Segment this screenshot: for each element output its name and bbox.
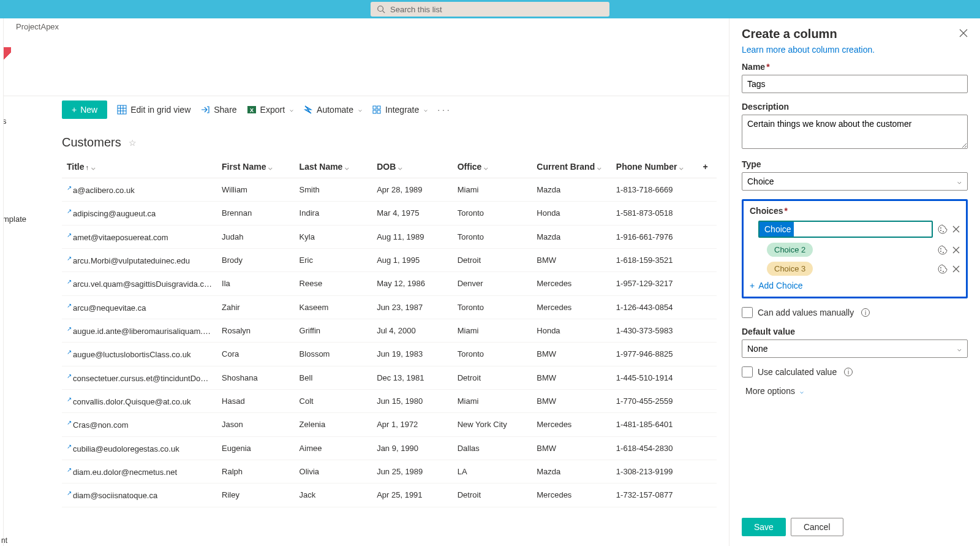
more-commands-button[interactable]: · · ·: [437, 105, 449, 115]
remove-choice-button[interactable]: [952, 246, 960, 254]
table-row[interactable]: ↗convallis.dolor.Quisque@at.co.ukHasadCo…: [62, 389, 717, 412]
plus-icon: +: [72, 105, 77, 115]
choice-2-pill[interactable]: Choice 2: [767, 243, 813, 257]
table-row[interactable]: ↗augue@luctuslobortisClass.co.ukCoraBlos…: [62, 343, 717, 366]
table-row[interactable]: ↗cubilia@eudoloregestas.co.ukEugeniaAime…: [62, 436, 717, 460]
use-calculated-checkbox[interactable]: [742, 366, 753, 377]
cell-first-name: Rosalyn: [217, 319, 295, 342]
column-header-current-brand[interactable]: Current Brand⌵: [532, 156, 611, 178]
cell-title[interactable]: ↗augue.id.ante@liberomaurisaliquam.co.uk: [62, 319, 217, 342]
new-button[interactable]: + New: [62, 100, 107, 119]
cell-title[interactable]: ↗arcu.Morbi@vulputateduinec.edu: [62, 248, 217, 271]
open-item-icon: ↗: [67, 349, 72, 355]
cell-title[interactable]: ↗Cras@non.com: [62, 413, 217, 436]
column-header-first-name[interactable]: First Name⌵: [217, 156, 295, 178]
remove-choice-button[interactable]: [952, 265, 960, 273]
choice-3-pill[interactable]: Choice 3: [767, 262, 813, 276]
cell-office: Detroit: [453, 366, 532, 389]
default-value-select[interactable]: [742, 339, 968, 358]
cell-title[interactable]: ↗diam@sociisnatoque.ca: [62, 483, 217, 507]
type-select[interactable]: [742, 172, 968, 191]
column-header-last-name[interactable]: Last Name⌵: [295, 156, 372, 178]
remove-choice-button[interactable]: [952, 226, 960, 233]
description-input[interactable]: Certain things we know about the custome…: [742, 115, 968, 149]
close-panel-button[interactable]: [959, 29, 968, 39]
table-row[interactable]: ↗arcu.Morbi@vulputateduinec.eduBrodyEric…: [62, 248, 717, 271]
chevron-down-icon: ⌵: [484, 164, 488, 171]
cell-last-name: Eric: [295, 248, 372, 271]
cell-title[interactable]: ↗amet@vitaeposuereat.com: [62, 225, 217, 248]
cell-first-name: Ila: [217, 272, 295, 295]
automate-button[interactable]: Automate ⌵: [303, 105, 362, 115]
integrate-icon: [372, 105, 382, 115]
can-add-values-checkbox[interactable]: [742, 307, 753, 318]
add-choice-button[interactable]: + Add Choice: [746, 281, 960, 290]
cell-phone: 1-977-946-8825: [611, 343, 698, 366]
app-top-bar: Search this list: [0, 0, 980, 18]
favorite-star-icon[interactable]: ☆: [129, 138, 137, 148]
table-row[interactable]: ↗adipiscing@augueut.caBrennanIndiraMar 4…: [62, 202, 717, 225]
choice-1-input[interactable]: [758, 221, 933, 238]
export-button[interactable]: X Export ⌵: [247, 105, 293, 115]
add-column-button[interactable]: +: [698, 156, 717, 178]
learn-more-link[interactable]: Learn more about column creation.: [729, 45, 980, 62]
chevron-down-icon: ⌵: [345, 164, 349, 171]
open-item-icon: ↗: [67, 302, 72, 309]
table-row[interactable]: ↗arcu.vel.quam@sagittisDuisgravida.comIl…: [62, 272, 717, 295]
cell-phone: 1-308-213-9199: [611, 460, 698, 483]
breadcrumb[interactable]: ProjectApex: [4, 18, 729, 35]
excel-icon: X: [247, 105, 257, 115]
color-palette-icon[interactable]: [938, 264, 948, 274]
cell-title[interactable]: ↗convallis.dolor.Quisque@at.co.uk: [62, 389, 217, 412]
color-palette-icon[interactable]: [938, 245, 948, 255]
edit-grid-view-button[interactable]: Edit in grid view: [117, 105, 190, 115]
table-row[interactable]: ↗diam.eu.dolor@necmetus.netRalphOliviaJu…: [62, 460, 717, 483]
column-name-input[interactable]: [742, 75, 968, 93]
info-icon[interactable]: i: [861, 308, 870, 317]
svg-text:X: X: [250, 107, 254, 113]
table-row[interactable]: ↗Cras@non.comJasonZeleniaApr 1, 1972New …: [62, 413, 717, 436]
cell-title[interactable]: ↗cubilia@eudoloregestas.co.uk: [62, 436, 217, 460]
cell-title[interactable]: ↗adipiscing@augueut.ca: [62, 202, 217, 225]
cell-title[interactable]: ↗arcu.vel.quam@sagittisDuisgravida.com: [62, 272, 217, 295]
cancel-button[interactable]: Cancel: [791, 518, 843, 536]
column-header-dob[interactable]: DOB⌵: [372, 156, 453, 178]
type-label: Type: [742, 159, 968, 169]
cell-dob: May 12, 1986: [372, 272, 453, 295]
integrate-button[interactable]: Integrate ⌵: [372, 105, 428, 115]
table-row[interactable]: ↗a@aclibero.co.ukWilliamSmithApr 28, 198…: [62, 178, 717, 202]
chevron-down-icon: ⌵: [290, 106, 293, 113]
more-options-toggle[interactable]: More options ⌵: [745, 386, 968, 396]
save-button[interactable]: Save: [742, 518, 786, 536]
column-header-title[interactable]: Title↑⌵: [62, 156, 217, 178]
color-palette-icon[interactable]: [938, 224, 948, 234]
open-item-icon: ↗: [67, 184, 72, 191]
cell-dob: Apr 25, 1991: [372, 483, 453, 507]
svg-point-20: [940, 248, 941, 249]
cell-title[interactable]: ↗consectetuer.cursus.et@tinciduntDonec.c…: [62, 366, 217, 389]
cell-first-name: William: [217, 178, 295, 202]
sidebar-item-truncated-2: mplate: [4, 214, 26, 224]
table-row[interactable]: ↗diam@sociisnatoque.caRileyJackApr 25, 1…: [62, 483, 717, 507]
cell-first-name: Hasad: [217, 389, 295, 412]
share-button[interactable]: Share: [200, 105, 236, 115]
cell-first-name: Cora: [217, 343, 295, 366]
open-item-icon: ↗: [67, 373, 72, 379]
column-header-phone[interactable]: Phone Number⌵: [611, 156, 698, 178]
table-row[interactable]: ↗augue.id.ante@liberomaurisaliquam.co.uk…: [62, 319, 717, 342]
cell-brand: Mazda: [532, 460, 611, 483]
table-row[interactable]: ↗amet@vitaeposuereat.comJudahKylaAug 11,…: [62, 225, 717, 248]
cell-office: Detroit: [453, 483, 532, 507]
info-icon[interactable]: i: [844, 368, 853, 376]
command-bar: + New Edit in grid view Share X Export ⌵…: [4, 96, 729, 123]
cell-title[interactable]: ↗arcu@nequevitae.ca: [62, 295, 217, 319]
cell-dob: Dec 13, 1981: [372, 366, 453, 389]
table-row[interactable]: ↗consectetuer.cursus.et@tinciduntDonec.c…: [62, 366, 717, 389]
cell-title[interactable]: ↗a@aclibero.co.uk: [62, 178, 217, 202]
search-input[interactable]: Search this list: [371, 2, 609, 17]
cell-brand: BMW: [532, 366, 611, 389]
column-header-office[interactable]: Office⌵: [453, 156, 532, 178]
cell-title[interactable]: ↗augue@luctuslobortisClass.co.uk: [62, 343, 217, 366]
table-row[interactable]: ↗arcu@nequevitae.caZahirKaseemJun 23, 19…: [62, 295, 717, 319]
cell-title[interactable]: ↗diam.eu.dolor@necmetus.net: [62, 460, 217, 483]
